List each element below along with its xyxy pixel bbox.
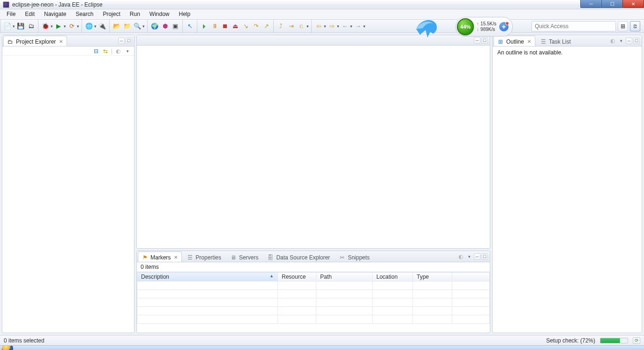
select-icon[interactable]: ↖ xyxy=(186,22,194,30)
open-type-icon[interactable]: 📂 xyxy=(112,22,121,30)
step-over-icon[interactable]: ↷ xyxy=(252,22,260,30)
open-task-icon[interactable]: 📁 xyxy=(123,22,131,30)
focus-task-icon[interactable]: ◐ xyxy=(609,37,616,45)
maximize-button[interactable]: ☐ xyxy=(601,0,623,8)
table-row[interactable] xyxy=(137,307,490,315)
jpa-icon[interactable]: ⬢ xyxy=(161,22,169,30)
open-perspective-button[interactable]: ⊞ xyxy=(618,21,628,31)
table-row[interactable] xyxy=(137,298,490,307)
save-all-icon[interactable]: 🗂 xyxy=(27,22,35,30)
project-explorer-tab[interactable]: 🗀 Project Explorer ✕ xyxy=(3,36,67,46)
resume-icon[interactable]: ⏵ xyxy=(200,22,209,30)
tab-markers[interactable]: ⚑Markers✕ xyxy=(138,251,182,262)
view-menu-icon[interactable]: ▾ xyxy=(124,47,131,55)
updates-icon[interactable]: ⟳ xyxy=(633,337,640,344)
debug-icon[interactable]: 🐞 xyxy=(41,22,50,30)
view-menu-icon[interactable]: ▾ xyxy=(465,253,473,260)
drop-frame-icon[interactable]: ⤴ xyxy=(277,22,285,30)
network-monitor-overlay[interactable]: 44% 15.5K/s 989K/s + xyxy=(456,17,513,37)
col-description[interactable]: Description▲ xyxy=(137,273,278,282)
new-dropdown[interactable]: ▾ xyxy=(12,24,15,29)
tasklist-tab[interactable]: ☰ Task List xyxy=(536,36,575,46)
collapse-all-icon[interactable]: ⊟ xyxy=(92,47,100,55)
tab-servers[interactable]: 🖥Servers xyxy=(226,251,262,262)
minimize-editor-button[interactable]: ─ xyxy=(474,37,480,44)
menu-run[interactable]: Run xyxy=(125,9,145,19)
bp-toggle-icon[interactable]: ⎌ xyxy=(297,22,306,30)
link-editor-icon[interactable]: ⇆ xyxy=(102,47,109,55)
minimize-view-button[interactable]: ─ xyxy=(626,38,632,44)
disconnect-icon[interactable]: ⏏ xyxy=(231,22,240,30)
tab-properties[interactable]: ☰Properties xyxy=(183,251,225,262)
col-type[interactable]: Type xyxy=(413,273,452,282)
terminate-icon[interactable]: ⏹ xyxy=(221,22,229,30)
outline-tab[interactable]: ⊞ Outline ✕ xyxy=(494,36,535,46)
new-server-dropdown[interactable]: ▾ xyxy=(93,24,97,29)
bp-dropdown[interactable]: ▾ xyxy=(306,24,309,29)
new-icon[interactable]: 📄 xyxy=(3,22,12,30)
view-menu-icon[interactable]: ▾ xyxy=(617,37,625,45)
table-row[interactable] xyxy=(137,315,490,324)
close-button[interactable]: ✕ xyxy=(622,0,644,8)
maximize-editor-button[interactable]: ☐ xyxy=(481,37,488,44)
close-icon[interactable]: ✕ xyxy=(174,255,178,260)
maximize-view-button[interactable]: ☐ xyxy=(633,38,640,44)
table-row[interactable] xyxy=(137,290,490,298)
maximize-view-button[interactable]: ☐ xyxy=(126,38,132,44)
fwd-icon[interactable]: → xyxy=(354,22,362,30)
menu-navigate[interactable]: Navigate xyxy=(39,9,71,19)
save-icon[interactable]: 💾 xyxy=(16,22,25,30)
back-dropdown[interactable]: ▾ xyxy=(349,24,353,29)
menu-window[interactable]: Window xyxy=(145,9,174,19)
os-taskbar[interactable] xyxy=(0,345,644,350)
run-dropdown[interactable]: ▾ xyxy=(63,24,67,29)
menu-project[interactable]: Project xyxy=(98,9,125,19)
focus-task-icon[interactable]: ◐ xyxy=(457,253,464,260)
col-path[interactable]: Path xyxy=(316,273,373,282)
search-dropdown[interactable]: ▾ xyxy=(142,24,145,29)
project-explorer-body[interactable] xyxy=(2,56,134,333)
new-server-icon[interactable]: 🌐 xyxy=(85,22,93,30)
tab-dse[interactable]: 🗄Data Source Explorer xyxy=(263,251,334,262)
terminal-icon[interactable]: ▣ xyxy=(171,22,180,30)
quick-access-input[interactable] xyxy=(532,21,616,31)
suspend-icon[interactable]: ⏸ xyxy=(210,22,219,30)
run-icon[interactable]: ▶ xyxy=(54,22,63,30)
progress-bar[interactable] xyxy=(600,338,628,343)
close-icon[interactable]: ✕ xyxy=(527,39,531,44)
menu-help[interactable]: Help xyxy=(174,9,195,19)
next-icon[interactable]: ⇨ xyxy=(328,22,336,30)
web-browser-icon[interactable]: 🌍 xyxy=(150,22,159,30)
close-icon[interactable]: ✕ xyxy=(59,39,63,44)
new-conn-icon[interactable]: 🔌 xyxy=(98,22,106,30)
markers-table[interactable]: Description▲ResourcePathLocationType xyxy=(137,272,490,333)
col-resource[interactable]: Resource xyxy=(278,273,316,282)
minimize-view-button[interactable]: ─ xyxy=(474,253,480,260)
focus-task-icon[interactable]: ◐ xyxy=(114,47,122,55)
menu-search[interactable]: Search xyxy=(71,9,98,19)
start-button[interactable] xyxy=(2,345,13,350)
menu-file[interactable]: File xyxy=(2,9,20,19)
step-into-icon[interactable]: ↘ xyxy=(241,22,250,30)
debug-dropdown[interactable]: ▾ xyxy=(50,24,53,29)
search-icon[interactable]: 🔍 xyxy=(133,22,142,30)
next-dropdown[interactable]: ▾ xyxy=(336,24,340,29)
run-last-dropdown[interactable]: ▾ xyxy=(76,24,80,29)
add-button[interactable]: + xyxy=(499,22,509,31)
menu-edit[interactable]: Edit xyxy=(20,9,39,19)
minimize-button[interactable]: ─ xyxy=(580,0,602,8)
step-filter-icon[interactable]: ⇥ xyxy=(287,22,295,30)
fwd-dropdown[interactable]: ▾ xyxy=(362,24,366,29)
tab-snippets[interactable]: ✂Snippets xyxy=(335,251,374,262)
col-location[interactable]: Location xyxy=(373,273,413,282)
java-ee-perspective-button[interactable]: 🯀 xyxy=(630,21,640,31)
minimize-view-button[interactable]: ─ xyxy=(118,38,125,44)
step-return-icon[interactable]: ↗ xyxy=(262,22,270,30)
editor-body[interactable] xyxy=(137,46,490,248)
maximize-view-button[interactable]: ☐ xyxy=(481,253,488,260)
run-last-icon[interactable]: ⟳ xyxy=(67,22,76,30)
prev-dropdown[interactable]: ▾ xyxy=(323,24,327,29)
back-icon[interactable]: ← xyxy=(341,22,349,30)
table-row[interactable] xyxy=(137,282,490,290)
prev-icon[interactable]: ⇦ xyxy=(315,22,323,30)
